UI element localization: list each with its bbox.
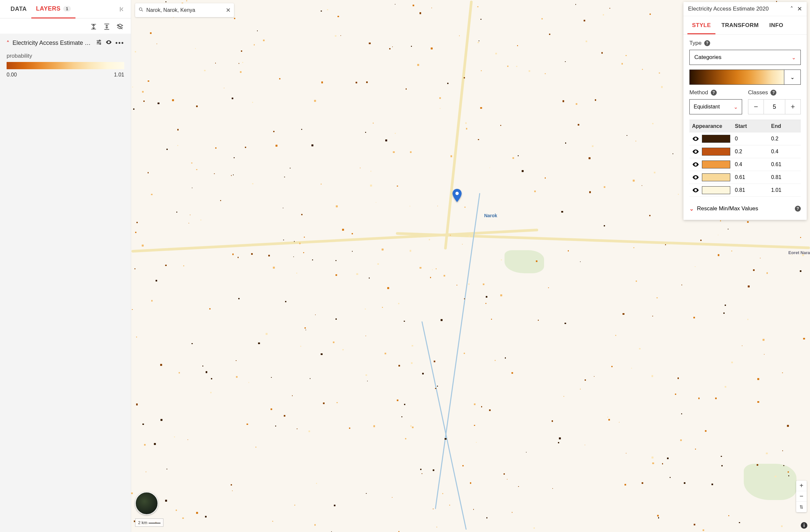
data-point	[564, 396, 565, 397]
class-visibility-toggle[interactable]	[692, 161, 699, 168]
toggle-all-layers-button[interactable]	[116, 23, 124, 30]
data-point	[395, 4, 396, 5]
class-visibility-toggle[interactable]	[692, 174, 699, 181]
data-point	[489, 167, 490, 168]
layer-collapse-toggle[interactable]: ˄	[6, 40, 9, 46]
data-point	[231, 175, 232, 176]
zoom-out-button[interactable]: −	[796, 491, 807, 502]
data-point	[382, 307, 383, 308]
data-point	[450, 235, 451, 236]
data-point	[565, 142, 566, 143]
data-point	[611, 366, 612, 367]
class-row: 00.2	[690, 132, 801, 145]
data-point	[477, 42, 479, 43]
data-point	[191, 162, 192, 164]
data-point	[447, 83, 449, 84]
tab-info[interactable]: INFO	[764, 16, 788, 34]
class-color-swatch[interactable]	[702, 186, 730, 194]
panel-close-button[interactable]: ✕	[797, 5, 802, 13]
data-point	[174, 436, 175, 437]
data-point	[342, 229, 344, 231]
class-visibility-toggle[interactable]	[692, 187, 699, 194]
class-start[interactable]: 0.4	[735, 162, 771, 167]
zoom-in-button[interactable]: +	[796, 481, 807, 491]
tab-style[interactable]: STYLE	[687, 16, 715, 34]
data-point	[651, 375, 653, 377]
data-point	[401, 416, 402, 417]
map-marker[interactable]	[452, 189, 462, 202]
data-point	[165, 265, 167, 266]
class-start[interactable]: 0.61	[735, 174, 771, 180]
data-point	[442, 493, 443, 494]
map-search-input[interactable]	[146, 7, 223, 13]
tab-layers[interactable]: LAYERS 1	[31, 0, 76, 18]
attribution-button[interactable]: i	[801, 522, 807, 529]
class-color-swatch[interactable]	[702, 173, 730, 181]
classes-stepper: − 5 +	[748, 99, 801, 114]
chevron-bar-left-icon	[118, 6, 125, 13]
data-point	[231, 484, 232, 485]
color-ramp-preview	[690, 70, 784, 84]
class-color-swatch[interactable]	[702, 148, 730, 156]
method-select[interactable]: Equidistant ⌄	[690, 99, 742, 114]
clear-search-button[interactable]: ✕	[226, 6, 231, 14]
data-point	[370, 171, 371, 172]
class-end[interactable]: 0.61	[771, 162, 798, 167]
data-point	[265, 333, 268, 335]
panel-collapse-button[interactable]: ˄	[790, 5, 793, 13]
type-help-button[interactable]: ?	[704, 40, 710, 46]
tab-transform[interactable]: TRANSFORM	[717, 16, 763, 34]
data-point	[462, 244, 463, 245]
data-point	[436, 527, 437, 528]
data-point	[356, 82, 357, 83]
class-visibility-toggle[interactable]	[692, 135, 699, 142]
legend-max: 1.01	[114, 72, 124, 78]
class-end[interactable]: 0.81	[771, 174, 798, 180]
class-color-swatch[interactable]	[702, 135, 730, 143]
class-start[interactable]: 0.2	[735, 149, 771, 155]
collapse-layers-button[interactable]	[103, 23, 110, 30]
data-point	[480, 107, 482, 109]
eye-icon	[692, 187, 699, 194]
collapse-sidebar-button[interactable]	[118, 6, 125, 13]
basemap-switcher[interactable]	[135, 492, 158, 515]
data-point	[335, 35, 336, 36]
data-point	[526, 452, 526, 453]
data-point	[142, 245, 144, 246]
classes-decrement-button[interactable]: −	[748, 99, 763, 114]
class-start[interactable]: 0	[735, 136, 771, 142]
map-canvas[interactable]: ✕ Narok Eoret Nara 2 km + − ⇅ i Electric…	[131, 0, 810, 532]
data-point	[651, 456, 653, 458]
data-point	[464, 207, 465, 208]
data-point	[283, 240, 284, 240]
layer-more-button[interactable]: •••	[115, 39, 124, 47]
data-point	[254, 44, 255, 45]
data-point	[242, 62, 244, 63]
method-value: Equidistant	[694, 104, 720, 110]
class-color-swatch[interactable]	[702, 161, 730, 168]
rescale-help-button[interactable]: ?	[795, 206, 801, 212]
chevron-down-icon: ⌄	[790, 74, 794, 80]
expand-layers-button[interactable]	[90, 23, 97, 30]
style-panel-title: Electricity Access Estimate 2020	[688, 5, 769, 12]
reset-north-button[interactable]: ⇅	[796, 502, 807, 512]
data-point	[232, 254, 234, 255]
method-label: Method	[690, 89, 708, 96]
class-visibility-toggle[interactable]	[692, 148, 699, 155]
layer-visibility-toggle[interactable]	[106, 39, 112, 47]
color-ramp-select[interactable]: ⌄	[784, 70, 800, 84]
classes-help-button[interactable]: ?	[771, 90, 776, 96]
class-row: 0.610.81	[690, 171, 801, 184]
method-help-button[interactable]: ?	[711, 90, 717, 96]
class-end[interactable]: 0.4	[771, 149, 798, 155]
data-point	[434, 360, 436, 362]
classes-increment-button[interactable]: +	[785, 99, 800, 114]
data-point	[680, 439, 682, 441]
tab-data[interactable]: DATA	[6, 0, 31, 18]
class-end[interactable]: 0.2	[771, 136, 798, 142]
layer-settings-button[interactable]	[96, 39, 102, 47]
rescale-accordion[interactable]: ⌄ Rescale Min/Max Values ?	[690, 205, 801, 213]
class-start[interactable]: 0.81	[735, 187, 771, 193]
class-end[interactable]: 1.01	[771, 187, 798, 193]
type-select[interactable]: Categories ⌄	[690, 50, 801, 65]
